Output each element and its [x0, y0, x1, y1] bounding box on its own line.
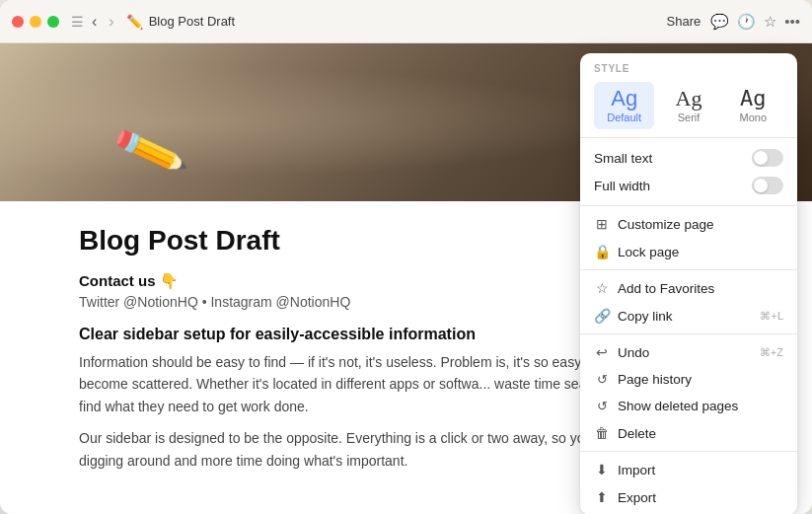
more-icon[interactable]: •••	[784, 13, 800, 30]
menu-section-1: ⊞ Customize page 🔒 Lock page	[580, 206, 797, 270]
add-to-favorites-label: Add to Favorites	[618, 281, 783, 296]
link-icon: 🔗	[594, 308, 610, 324]
style-section: STYLE Ag Default Ag Serif Ag Mono	[580, 53, 797, 138]
maximize-button[interactable]	[47, 16, 59, 28]
add-to-favorites-item[interactable]: ☆ Add to Favorites	[580, 274, 797, 302]
small-text-label: Small text	[594, 151, 652, 166]
import-icon: ⬇	[594, 462, 610, 477]
style-mono-letter: Ag	[740, 88, 767, 110]
style-default-name: Default	[607, 111, 641, 123]
toggle-section: Small text Full width	[580, 138, 797, 206]
style-default-letter: Ag	[611, 88, 637, 110]
close-button[interactable]	[12, 16, 24, 28]
lock-icon: 🔒	[594, 244, 610, 259]
delete-item[interactable]: 🗑 Delete	[580, 419, 797, 447]
import-label: Import	[618, 463, 783, 477]
app-window: ☰ ‹ › ✏️ Blog Post Draft Share 💬 🕐 ☆ •••	[0, 0, 812, 514]
show-deleted-item[interactable]: ↺ Show deleted pages	[580, 393, 797, 419]
customize-page-label: Customize page	[618, 217, 783, 232]
main-area: ✏️ Blog Post Draft Contact us 👇 Twitter …	[0, 43, 812, 514]
updates-icon[interactable]: 🕐	[737, 13, 756, 31]
dropdown-overlay: STYLE Ag Default Ag Serif Ag Mono	[0, 43, 812, 514]
delete-icon: 🗑	[594, 425, 610, 441]
customize-icon: ⊞	[594, 216, 610, 232]
comments-icon[interactable]: 💬	[710, 13, 729, 31]
delete-label: Delete	[618, 426, 783, 441]
page-history-item[interactable]: ↺ Page history	[580, 366, 797, 393]
nav-buttons: ‹ ›	[88, 11, 118, 33]
show-deleted-label: Show deleted pages	[618, 399, 783, 413]
page-breadcrumb: ✏️ Blog Post Draft	[126, 14, 235, 30]
style-serif-letter: Ag	[676, 88, 702, 110]
menu-section-3: ↩ Undo ⌘+Z ↺ Page history ↺ Show deleted…	[580, 334, 797, 452]
lock-page-item[interactable]: 🔒 Lock page	[580, 238, 797, 265]
style-mono[interactable]: Ag Mono	[723, 82, 783, 129]
export-icon: ⬆	[594, 489, 610, 505]
full-width-toggle-row: Full width	[594, 172, 783, 199]
back-button[interactable]: ‹	[88, 11, 101, 33]
lock-page-label: Lock page	[618, 245, 783, 259]
titlebar: ☰ ‹ › ✏️ Blog Post Draft Share 💬 🕐 ☆ •••	[0, 0, 812, 43]
titlebar-action-icons: 💬 🕐 ☆ •••	[710, 13, 800, 31]
star-icon: ☆	[594, 280, 610, 296]
full-width-label: Full width	[594, 179, 650, 193]
export-label: Export	[618, 490, 783, 505]
full-width-toggle[interactable]	[752, 177, 783, 194]
style-options: Ag Default Ag Serif Ag Mono	[594, 82, 783, 129]
deleted-icon: ↺	[594, 399, 610, 413]
style-default[interactable]: Ag Default	[594, 82, 654, 129]
minimize-button[interactable]	[30, 16, 41, 28]
menu-section-4: ⬇ Import ⬆ Export	[580, 452, 797, 514]
undo-icon: ↩	[594, 344, 610, 360]
style-mono-name: Mono	[740, 111, 768, 123]
forward-button[interactable]: ›	[105, 11, 117, 33]
page-icon: ✏️	[126, 14, 143, 30]
copy-link-shortcut: ⌘+L	[760, 310, 783, 323]
titlebar-right: Share 💬 🕐 ☆ •••	[667, 13, 800, 31]
copy-link-label: Copy link	[618, 309, 752, 324]
history-icon: ↺	[594, 372, 610, 387]
menu-section-2: ☆ Add to Favorites 🔗 Copy link ⌘+L	[580, 270, 797, 334]
page-title-label: Blog Post Draft	[149, 14, 235, 29]
copy-link-item[interactable]: 🔗 Copy link ⌘+L	[580, 302, 797, 330]
small-text-toggle-row: Small text	[594, 144, 783, 172]
sidebar-toggle[interactable]: ☰	[71, 14, 84, 30]
context-menu: STYLE Ag Default Ag Serif Ag Mono	[580, 53, 797, 514]
customize-page-item[interactable]: ⊞ Customize page	[580, 210, 797, 238]
small-text-toggle[interactable]	[752, 149, 783, 167]
style-serif-name: Serif	[678, 111, 701, 123]
export-item[interactable]: ⬆ Export	[580, 483, 797, 511]
share-button[interactable]: Share	[667, 14, 701, 29]
style-section-label: STYLE	[594, 63, 783, 74]
undo-shortcut: ⌘+Z	[760, 346, 783, 359]
page-history-label: Page history	[618, 372, 783, 387]
favorite-icon[interactable]: ☆	[764, 13, 776, 31]
traffic-lights	[12, 16, 59, 28]
undo-label: Undo	[618, 345, 752, 360]
import-item[interactable]: ⬇ Import	[580, 456, 797, 483]
style-serif[interactable]: Ag Serif	[658, 82, 718, 129]
undo-item[interactable]: ↩ Undo ⌘+Z	[580, 338, 797, 366]
